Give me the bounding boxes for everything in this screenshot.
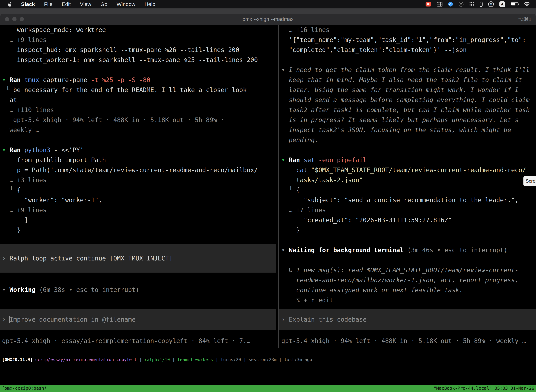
close-button[interactable]: [5, 17, 9, 21]
right-prompt-suggestion[interactable]: › Explain this codebase: [279, 309, 536, 330]
terminal-line: weekly …: [2, 125, 276, 135]
menu-item-edit[interactable]: Edit: [57, 1, 76, 7]
terminal-line: • Working (6m 38s • esc to interrupt): [2, 285, 139, 295]
terminal-line: ⌥ + ↑ edit: [281, 295, 536, 305]
dots-grid-icon[interactable]: [469, 2, 474, 7]
omx-status-line: [OMX#0.11.9] cczip/essay/ai-reimplementa…: [2, 356, 312, 363]
terminal-line: workspace_mode: worktree: [2, 25, 276, 35]
terminal-line: p = Path('.omx/state/team/review-current…: [2, 165, 276, 175]
menu-item-window[interactable]: Window: [112, 1, 140, 7]
menu-item-help[interactable]: Help: [140, 1, 160, 7]
tmux-session-info: [omx-cczip0:bash*: [2, 385, 47, 392]
terminal-line: … +7 lines: [281, 205, 536, 215]
left-prompt-input[interactable]: › Improve documentation in @filename: [0, 309, 276, 330]
terminal-line: … +9 lines: [2, 35, 276, 45]
terminal-line: continue assigned work or next feasible …: [281, 285, 536, 295]
terminal-line: is in progress? It seems likely but perh…: [281, 115, 536, 125]
terminal-line: • Ran set -euo pipefail: [281, 155, 536, 165]
terminal-line: [281, 145, 536, 155]
terminal-line: inspect_worker-1: omx sparkshell --tmux-…: [2, 55, 276, 65]
window-title: omx --xhigh --madmax: [0, 16, 536, 22]
terminal-line: [2, 135, 276, 145]
dark-app-icon[interactable]: [459, 2, 464, 7]
terminal-line: "subject": "send a concise recommendatio…: [281, 195, 536, 205]
terminal-line: › Improve documentation in @filename: [2, 315, 276, 325]
terminal-line: • I need to get the claim token from the…: [281, 65, 536, 75]
terminal-line: }: [2, 225, 276, 235]
terminal-line: ↳ 1 new msg(s): read $OMX_TEAM_STATE_ROO…: [281, 265, 536, 275]
terminal-line: pending.: [281, 135, 536, 145]
screen-tooltip: Scre: [523, 176, 536, 186]
tmux-host-clock: "MacBook-Pro-44.local" 05:03 31-Mar-26: [434, 385, 534, 392]
zoom-button[interactable]: [20, 17, 24, 21]
terminal-line: • Waiting for background terminal (3m 46…: [281, 245, 536, 255]
terminal-line: [OMX#0.11.9] cczip/essay/ai-reimplementa…: [2, 356, 312, 363]
terminal-line: gpt-5.4 xhigh · 94% left · 488K in · 5.1…: [2, 115, 276, 125]
terminal-line: └ {: [281, 185, 536, 195]
menu-item-view[interactable]: View: [75, 1, 96, 7]
menu-bar-status-icons: 61 A: [426, 1, 532, 7]
key-icon[interactable]: [480, 2, 483, 7]
menu-app-name[interactable]: Slack: [17, 1, 39, 7]
menu-item-go[interactable]: Go: [96, 1, 112, 7]
terminal-line: inspect task2's JSON, focusing on the st…: [281, 125, 536, 135]
terminal-line: '{"team_name":"my-team","task_id":"1","f…: [281, 35, 536, 45]
battery-icon[interactable]: [511, 2, 518, 6]
terminal-line: [281, 55, 536, 65]
left-terminal-pane[interactable]: workspace_mode: worktree … +9 lines insp…: [0, 25, 276, 235]
right-model-status: gpt-5.4 xhigh · 94% left · 488K in · 5.1…: [281, 336, 526, 346]
terminal-line: [2, 65, 276, 75]
pane-divider: [278, 25, 279, 348]
terminal-line: from pathlib import Path: [2, 155, 276, 165]
terminal-line: keep that in mind. Maybe I also need the…: [281, 75, 536, 85]
menu-item-file[interactable]: File: [39, 1, 57, 7]
terminal-line: }: [281, 225, 536, 235]
terminal-line: "worker": "worker-1",: [2, 195, 276, 205]
terminal-line: … +3 lines: [2, 175, 276, 185]
terminal-line: • Ran tmux capture-pane -t %25 -p -S -80: [2, 75, 276, 85]
terminal-line: "created_at": "2026-03-31T11:59:27.816Z": [281, 215, 536, 225]
terminal-line: • Ran python3 - <<'PY': [2, 145, 276, 155]
terminal-window: omx --xhigh --madmax ⌥⌘1 workspace_mode:…: [0, 14, 536, 392]
gauge-61-icon[interactable]: 61: [488, 1, 494, 7]
terminal-line: [281, 255, 536, 265]
window-shortcut-hint: ⌥⌘1: [518, 16, 536, 22]
terminal-line: … +16 lines: [281, 25, 536, 35]
terminal-line: gpt-5.4 xhigh · essay/ai-reimplementatio…: [2, 336, 250, 346]
terminal-line: "completed","claim_token":"claim-token"}…: [281, 45, 536, 55]
macos-menu-bar: Slack File Edit View Go Window Help 61 A: [0, 0, 536, 9]
minimize-button[interactable]: [12, 17, 17, 21]
terminal-line: └ {: [2, 185, 276, 195]
terminal-line: should send a message before completing …: [281, 95, 536, 105]
terminal-line: … +110 lines: [2, 105, 276, 115]
apple-menu[interactable]: [4, 2, 17, 7]
terminal-line: tasks/task-2.json": [281, 175, 536, 185]
terminal-line: at: [2, 95, 276, 105]
screen-recording-icon[interactable]: [426, 2, 431, 6]
apple-icon: [8, 2, 12, 7]
terminal-line: └ be necessary for the end of the README…: [2, 85, 276, 95]
terminal-line: task2 after task1 is complete, but can I…: [281, 105, 536, 115]
right-terminal-pane[interactable]: … +16 lines '{"team_name":"my-team","tas…: [281, 25, 536, 305]
terminal-line: cat "$OMX_TEAM_STATE_ROOT/team/review-cu…: [281, 165, 536, 175]
terminal-line: gpt-5.4 xhigh · 94% left · 488K in · 5.1…: [281, 336, 526, 346]
window-title-bar[interactable]: omx --xhigh --madmax ⌥⌘1: [0, 14, 536, 25]
terminal-line: [281, 235, 536, 245]
terminal-line: ]: [2, 215, 276, 225]
blue-app-icon[interactable]: [448, 2, 453, 7]
tmux-status-bar: [omx-cczip0:bash* "MacBook-Pro-44.local"…: [0, 385, 536, 392]
terminal-line: readme-and-reco/mailbox/worker-1.json, a…: [281, 275, 536, 285]
wifi-icon[interactable]: [524, 2, 530, 7]
window-controls: [0, 17, 24, 21]
terminal-line: › Ralph loop active continue [OMX_TMUX_I…: [2, 253, 276, 263]
working-status-line: • Working (6m 38s • esc to interrupt): [2, 285, 139, 295]
terminal-line: … +9 lines: [2, 205, 276, 215]
grid-icon[interactable]: [437, 2, 442, 6]
ralph-loop-banner: › Ralph loop active continue [OMX_TMUX_I…: [0, 244, 276, 273]
terminal-line: › Explain this codebase: [281, 315, 536, 325]
terminal-line: inspect_hud: omx sparkshell --tmux-pane …: [2, 45, 276, 55]
input-source-a-icon[interactable]: A: [499, 1, 505, 7]
terminal-line: later. Using the same for transition mig…: [281, 85, 536, 95]
left-model-status: gpt-5.4 xhigh · essay/ai-reimplementatio…: [2, 336, 250, 346]
